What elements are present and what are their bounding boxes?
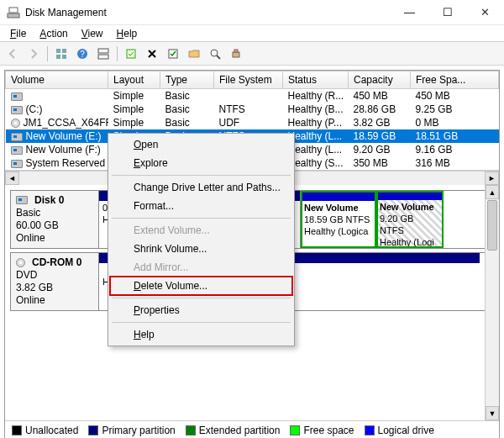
cd-icon [11, 119, 20, 128]
partition-status: Healthy (Logica [304, 226, 372, 238]
toolbar-sep [117, 46, 118, 61]
disk-size: 60.00 GB [16, 219, 93, 231]
ctx-shrink[interactable]: Shrink Volume... [110, 240, 292, 258]
col-type[interactable]: Type [160, 71, 214, 89]
drive-icon [11, 92, 23, 101]
disk-type: Basic [16, 207, 93, 219]
svg-rect-14 [233, 52, 239, 57]
scroll-down-icon[interactable]: ▼ [486, 406, 499, 420]
properties-tool-button[interactable] [164, 45, 182, 63]
scroll-up-icon[interactable]: ▲ [486, 185, 499, 199]
ctx-extend: Extend Volume... [110, 221, 292, 240]
ctx-sep [112, 218, 291, 219]
partition-stripe [376, 191, 444, 200]
help-button[interactable]: ? [73, 45, 92, 63]
col-volume[interactable]: Volume [6, 71, 108, 89]
menu-bar: File Action View Help [0, 25, 504, 42]
panes-button[interactable] [94, 45, 113, 63]
legend-logical: Logical drive [365, 425, 434, 436]
ctx-sep [112, 298, 291, 298]
drive-icon [11, 146, 23, 155]
svg-rect-2 [56, 49, 60, 53]
svg-line-13 [217, 55, 220, 59]
partition-status: Healthy (Logi [380, 237, 440, 248]
legend: Unallocated Primary partition Extended p… [5, 420, 499, 438]
drive-icon [11, 160, 23, 168]
search-button[interactable] [206, 45, 224, 63]
delete-tool-button[interactable] [143, 45, 161, 63]
window-title: Disk Management [25, 7, 391, 18]
partition-size: 9.20 GB NTFS [380, 214, 440, 237]
ctx-change-letter[interactable]: Change Drive Letter and Paths... [110, 178, 292, 197]
col-free[interactable]: Free Spa... [411, 71, 499, 89]
menu-view[interactable]: View [75, 26, 110, 41]
scroll-left-icon[interactable]: ◄ [5, 172, 19, 185]
folder-button[interactable] [185, 45, 203, 63]
ctx-delete-volume[interactable]: Delete Volume... [110, 277, 292, 295]
refresh-button[interactable] [122, 45, 140, 63]
menu-action[interactable]: Action [33, 26, 74, 41]
disk-header[interactable]: CD-ROM 0 DVD 3.82 GB Online [11, 253, 99, 310]
disk-header[interactable]: Disk 0 Basic 60.00 GB Online [11, 191, 99, 248]
table-row[interactable]: (C:) SimpleBasicNTFSHealthy (B...28.86 G… [6, 103, 499, 116]
disk-status: Online [16, 294, 93, 306]
context-menu: Open Explore Change Drive Letter and Pat… [108, 133, 295, 346]
ctx-open[interactable]: Open [110, 135, 292, 154]
disk-name: CD-ROM 0 [32, 256, 81, 268]
col-layout[interactable]: Layout [108, 71, 160, 89]
svg-point-12 [211, 50, 218, 56]
col-status[interactable]: Status [283, 71, 349, 89]
ctx-format[interactable]: Format... [110, 197, 292, 215]
ctx-sep [112, 175, 291, 176]
svg-rect-15 [234, 50, 238, 52]
minimize-button[interactable]: — [391, 0, 428, 24]
svg-rect-1 [9, 8, 18, 13]
col-fs[interactable]: File System [214, 71, 283, 89]
drive-icon [11, 133, 23, 141]
vertical-scrollbar[interactable]: ▲ ▼ [485, 185, 499, 420]
col-capacity[interactable]: Capacity [349, 71, 411, 89]
partition-size: 18.59 GB NTFS [304, 214, 372, 226]
forward-button[interactable] [24, 45, 43, 63]
table-row[interactable]: JM1_CCSA_X64FR... SimpleBasicUDFHealthy … [6, 116, 499, 129]
disk-icon [16, 196, 28, 204]
toolbar-sep [47, 46, 48, 61]
scroll-right-icon[interactable]: ► [485, 172, 499, 185]
legend-free: Free space [290, 425, 354, 436]
ctx-add-mirror: Add Mirror... [110, 258, 292, 277]
ctx-explore[interactable]: Explore [110, 154, 292, 172]
partition-title: New Volume [380, 202, 440, 214]
drive-icon [11, 106, 23, 114]
cd-icon [16, 258, 25, 267]
partition-title: New Volume [304, 203, 372, 214]
views-button[interactable] [52, 45, 71, 63]
ctx-properties[interactable]: Properties [110, 301, 292, 319]
menu-file[interactable]: File [3, 26, 33, 41]
close-button[interactable]: ✕ [466, 0, 504, 24]
svg-rect-10 [127, 50, 135, 58]
ctx-sep [112, 322, 291, 323]
svg-rect-8 [98, 49, 108, 53]
partition-f[interactable]: New Volume 9.20 GB NTFS Healthy (Logi [376, 191, 444, 248]
table-row[interactable]: SimpleBasicHealthy (R...450 MB450 MB [6, 89, 499, 103]
svg-text:?: ? [80, 50, 85, 59]
settings-tool-button[interactable] [227, 45, 245, 63]
svg-rect-4 [56, 55, 60, 59]
scrollbar-thumb[interactable] [487, 200, 497, 251]
disk-status: Online [16, 232, 93, 244]
partition-e[interactable]: New Volume 18.59 GB NTFS Healthy (Logica [301, 191, 376, 248]
svg-rect-5 [62, 55, 66, 59]
ctx-help[interactable]: Help [110, 325, 292, 344]
column-headers[interactable]: Volume Layout Type File System Status Ca… [6, 71, 499, 89]
legend-primary: Primary partition [88, 425, 175, 436]
svg-rect-9 [98, 55, 108, 59]
legend-extended: Extended partition [186, 425, 281, 436]
disk-size: 3.82 GB [16, 282, 93, 293]
title-bar: Disk Management — ☐ ✕ [0, 0, 504, 25]
disk-type: DVD [16, 269, 93, 281]
menu-help[interactable]: Help [110, 26, 144, 41]
back-button[interactable] [3, 45, 22, 63]
partition-stripe [301, 191, 375, 201]
maximize-button[interactable]: ☐ [428, 0, 466, 24]
legend-unallocated: Unallocated [12, 425, 78, 436]
